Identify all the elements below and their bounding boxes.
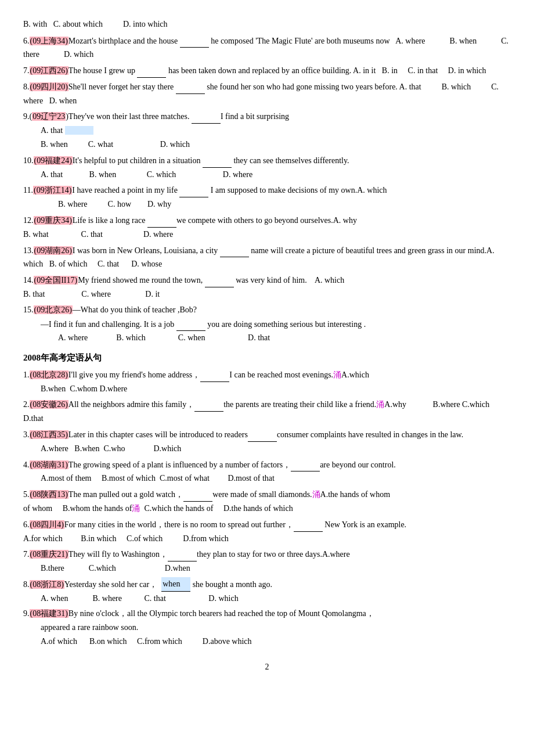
question-11: 11.(09浙江14)I have reached a point in my … — [23, 183, 511, 211]
q9-optA: A. that — [23, 126, 93, 135]
q13-blank — [220, 243, 249, 258]
q8-tag: (09四川20) — [30, 82, 68, 91]
q14-num: 14. — [23, 276, 34, 285]
q2008-6-opts: A.for which B.in which C.of which D.from… — [23, 534, 229, 543]
q13-num: 13. — [23, 246, 34, 255]
q7-blank — [137, 63, 166, 78]
q2008-4-blank — [291, 458, 320, 472]
q13-tag: (09湖南26) — [34, 246, 73, 255]
q12-blank — [147, 213, 176, 228]
q6-tag: (09上海34) — [30, 37, 68, 45]
page-number: 2 — [23, 660, 511, 674]
q2008-8-blank: when — [161, 577, 190, 592]
q10-opts: A. that B. when C. which D. where — [23, 170, 252, 179]
question-2008-7: 7.(08重庆21)They will fly to Washington， t… — [23, 547, 511, 575]
q2008-6-tag: (08四川4) — [30, 520, 64, 529]
question-6: 6.(09上海34)Mozart's birthplace and the ho… — [23, 34, 511, 62]
q2008-1-num: 1. — [23, 370, 30, 379]
question-9: 9.(09辽宁23)They've won their last three m… — [23, 109, 511, 151]
q9-blank — [192, 109, 221, 124]
q11-blank — [179, 183, 208, 197]
q2008-5-num: 5. — [23, 490, 30, 499]
q2008-4-opts: A.most of them B.most of which C.most of… — [23, 474, 275, 483]
q10-blank — [203, 153, 232, 168]
q15-opts: A. where B. which C. when D. that — [23, 333, 270, 342]
question-12: 12.(09重庆34)Life is like a long race we c… — [23, 213, 511, 242]
question-2008-5: 5.(08陕西13)The man pulled out a gold watc… — [23, 487, 511, 516]
question-2008-3: 3.(08江西35)Later in this chapter cases wi… — [23, 427, 511, 456]
question-10: 10.(09福建24)It's helpful to put children … — [23, 153, 511, 182]
q2008-2-blank — [194, 397, 223, 412]
q2008-3-num: 3. — [23, 430, 30, 439]
q9-tag: 09辽宁23 — [32, 112, 66, 121]
q2008-7-num: 7. — [23, 550, 30, 559]
q2008-1-tag: (08北京28) — [30, 370, 68, 379]
q12-num: 12. — [23, 216, 34, 225]
q2008-5-tag: (08陕西13) — [30, 490, 68, 499]
question-2008-2: 2.(08安徽26)All the neighbors admire this … — [23, 397, 511, 426]
q2008-3-opts: A.where B.when C.who D.which — [23, 444, 181, 453]
q2008-8-opts: A. when B. where C. that D. which — [23, 594, 239, 603]
q11-opts: B. where C. how D. why — [23, 200, 171, 208]
q2008-6-blank — [294, 517, 323, 532]
q8-num: 8. — [23, 82, 30, 91]
q11-num: 11. — [23, 186, 33, 195]
q2008-7-blank — [168, 547, 197, 561]
q6-blank — [180, 34, 209, 48]
q12-tag: (09重庆34) — [34, 216, 73, 225]
q2008-2-tag: (08安徽26) — [30, 400, 68, 409]
q14-blank — [205, 273, 234, 287]
q10-tag: (09福建24) — [34, 156, 73, 165]
question-2008-9: 9.(08福建31)By nine o'clock，all the Olympi… — [23, 607, 511, 648]
q11-tag: (09浙江14) — [33, 186, 72, 195]
q2008-2-num: 2. — [23, 400, 30, 409]
question-8: 8.(09四川20)She'll never forget her stay t… — [23, 80, 511, 108]
q2008-8-num: 8. — [23, 580, 30, 589]
q9-num: 9.( — [23, 112, 32, 121]
page-content: B. with C. about which D. into which 6.(… — [23, 17, 511, 674]
question-2008-6: 6.(08四川4)For many cities in the world，th… — [23, 517, 511, 546]
question-2008-4: 4.(08湖南31)The growing speed of a plant i… — [23, 458, 511, 486]
q2008-7-opts: B.there C.which D.when — [23, 564, 190, 573]
q2008-9-tag: (08福建31) — [30, 609, 68, 618]
q2008-3-tag: (08江西35) — [30, 430, 68, 439]
q15-num: 15. — [23, 305, 34, 314]
q2008-6-num: 6. — [23, 520, 30, 529]
q2008-9-body2: appeared a rare rainbow soon. — [23, 623, 138, 632]
q2008-1-blank — [200, 368, 229, 382]
section-2008: 2008年高考定语从句 — [23, 351, 511, 366]
q2008-3-blank — [248, 427, 277, 442]
q15-tag: (09北京26) — [34, 305, 73, 314]
q2008-4-tag: (08湖南31) — [30, 460, 68, 469]
q2008-9-num: 9. — [23, 609, 30, 618]
q2008-8-tag: (08浙江8) — [30, 580, 64, 589]
line-bc: B. with C. about which D. into which — [23, 17, 511, 32]
question-13: 13.(09湖南26)I was born in New Orleans, Lo… — [23, 243, 511, 272]
question-2008-8: 8.(08浙江8)Yesterday she sold her car， whe… — [23, 577, 511, 606]
q14-tag: (09全国II17) — [34, 276, 78, 285]
q2008-7-tag: (08重庆21) — [30, 550, 68, 559]
q6-num: 6. — [23, 37, 30, 45]
q9-opts: B. when C. what D. which — [23, 140, 190, 149]
q15-blank — [176, 317, 205, 332]
q8-blank — [176, 80, 205, 94]
q15-body2: —I find it fun and challenging. It is a … — [23, 320, 366, 329]
q7-num: 7. — [23, 66, 30, 75]
question-7: 7.(09江西26)The house I grew up has been t… — [23, 63, 511, 78]
question-2008-1: 1.(08北京28)I'll give you my friend's home… — [23, 368, 511, 396]
q2008-1-opts: B.when C.whom D.where — [23, 384, 127, 393]
question-15: 15.(09北京26)—What do you think of teacher… — [23, 303, 511, 345]
q2008-9-opts: A.of which B.on which C.from which D.abo… — [23, 637, 252, 646]
question-14: 14.(09全国II17)My friend showed me round t… — [23, 273, 511, 301]
q7-tag: (09江西26) — [30, 66, 68, 75]
q2008-4-num: 4. — [23, 460, 30, 469]
q10-num: 10. — [23, 156, 34, 165]
q2008-5-blank — [183, 487, 212, 502]
